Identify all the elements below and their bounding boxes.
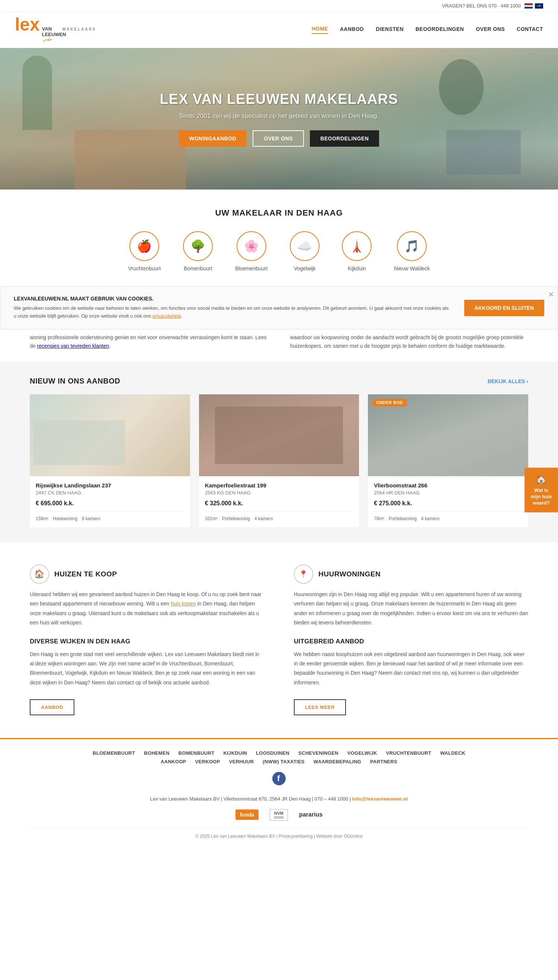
property-rooms-2: 4 kamers (254, 516, 272, 521)
property-size-2: 101m² (205, 516, 218, 521)
bloemenbuurt-icon: 🌸 (236, 231, 266, 261)
huis-kopen-link[interactable]: huis kopen (171, 601, 196, 606)
bomenbuurt-label: Bomenbuurt (184, 265, 212, 272)
property-name-2: Kamperfoeliestraat 199 (205, 482, 353, 489)
property-card-3: ONDER BOD Vlierboomstraat 266 2564 HR DE… (368, 394, 528, 527)
header: lex VAN LEEUWEN MAKELAARS HOME AANBOD DI… (0, 12, 558, 48)
hero-beoordelingen-button[interactable]: BEOORDELINGEN (310, 130, 379, 147)
makelaar-title: UW MAKELAAR IN DEN HAAG (30, 208, 528, 218)
vogelwijk-label: Vogelwijk (294, 265, 315, 272)
makelaar-section: UW MAKELAAR IN DEN HAAG 🍎 Vruchtenbuurt … (0, 189, 558, 287)
nav-over-ons[interactable]: OVER ONS (476, 26, 505, 33)
footer-link-verkoop[interactable]: VERKOOP (195, 759, 220, 764)
aanbod-button[interactable]: AANBOD (30, 699, 74, 715)
pararius-logo: pararius (299, 811, 323, 818)
partial-right-text: waardoor uw koopwoning onder de aandacht… (290, 333, 528, 351)
footer-link-bomenbuurt[interactable]: BOMENBUURT (179, 750, 215, 756)
flag-uk[interactable]: UK (535, 3, 543, 8)
floating-valuation-badge[interactable]: 🏠 Wat is mijn huis waard? (525, 468, 558, 512)
bekijk-alles-link[interactable]: BEKIJK ALLES › (488, 378, 528, 384)
diverse-wijken-title: DIVERSE WIJKEN IN DEN HAAG (30, 638, 264, 645)
footer-link-bloemenbuurt[interactable]: BLOEMENBUURT (93, 750, 135, 756)
footer-link-scheveningen[interactable]: SCHEVENINGEN (298, 750, 338, 756)
aanbod-section: NIEUW IN ONS AANBOD BEKIJK ALLES › Rijsw… (0, 362, 558, 542)
nav-contact[interactable]: CONTACT (517, 26, 543, 33)
footer-link-loosduinen[interactable]: LOOSDUINEN (256, 750, 289, 756)
content-section: 🏠 HUIZEN TE KOOP Uiteraard hebben wij ee… (0, 542, 558, 738)
logo-lex: lex (15, 16, 40, 33)
footer-link-verhuur[interactable]: VERHUUR (229, 759, 254, 764)
facebook-icon: f (272, 772, 286, 785)
property-price-2: € 325.000 k.k. (205, 500, 353, 507)
facebook-link[interactable]: f (272, 781, 286, 786)
property-rooms-1: 6 kamers (82, 516, 100, 521)
nav-home[interactable]: HOME (312, 26, 328, 34)
footer-link-taxaties[interactable]: (NWW) TAXATIES (263, 759, 305, 764)
partial-left-col: woning professionele ondersteuning genie… (30, 333, 268, 351)
footer-link-partners[interactable]: PARTNERS (370, 759, 397, 764)
cookie-banner: LEXVANLEEUWEN.NL MAAKT GEBRUIK VAN COOKI… (0, 287, 558, 329)
partial-right-col: waardoor uw koopwoning onder de aandacht… (290, 333, 528, 351)
property-photo-2 (199, 394, 359, 476)
footer: BLOEMENBUURT BOHEMEN BOMENBUURT KIJKDUIN… (0, 738, 558, 854)
flag-nl[interactable] (525, 3, 533, 8)
property-photo-1 (30, 394, 190, 476)
footer-link-waardebepaling[interactable]: WAARDEBEPALING (313, 759, 361, 764)
nieuw-waldeck-icon: 🎵 (397, 231, 427, 261)
hero-buttons: WONINGAANBOD OVER ONS BEOORDELINGEN (179, 130, 379, 147)
footer-email-link[interactable]: info@lexvanleeuwen.nl (352, 796, 408, 802)
nav-beoordelingen[interactable]: BEOORDELINGEN (415, 26, 464, 33)
property-price-1: € 695.000 k.k. (36, 500, 184, 507)
property-badge-3: ONDER BOD (373, 399, 407, 406)
footer-info: Lex van Leeuwen Makelaars BV | Vlierboom… (30, 796, 528, 802)
property-specs-2: 101m² Portiekwoning 4 kamers (205, 511, 353, 521)
footer-link-kijkduin[interactable]: KIJKDUIN (223, 750, 247, 756)
property-photo-3: ONDER BOD (368, 394, 528, 476)
cookie-close-icon[interactable]: ✕ (548, 290, 554, 299)
property-name-3: Vlierboomstraat 266 (374, 482, 522, 489)
hero-woningaanbod-button[interactable]: WONINGAANBOD (179, 130, 247, 147)
uitgebreid-aanbod-title: UITGEBREID AANBOD (294, 638, 528, 645)
lees-meer-button[interactable]: LEES MEER (294, 699, 346, 715)
huizen-col: 🏠 HUIZEN TE KOOP Uiteraard hebben wij ee… (30, 565, 264, 715)
floating-house-icon: 🏠 (530, 474, 553, 485)
phone-text: VRAGEN? BEL ONS 070 · 448 1000 (442, 3, 521, 8)
hero-section: LEX VAN LEEUWEN MAKELAARS Sinds 2001 zij… (0, 48, 558, 189)
nav-diensten[interactable]: DIENSTEN (376, 26, 404, 33)
huur-text2: We hebben naast koophuizen ook een uitge… (294, 650, 528, 687)
property-size-3: 78m² (374, 516, 384, 521)
property-img-1 (30, 394, 190, 476)
logo-makelaars: MAKELAARS (62, 27, 96, 31)
footer-link-bohemen[interactable]: BOHEMEN (144, 750, 170, 756)
footer-logos: funda NVM |||||||||||| pararius (30, 809, 528, 821)
property-price-3: € 275.000 k.k. (374, 500, 522, 507)
logo-leeuwen: LEEUWEN (42, 32, 66, 37)
cookie-accept-button[interactable]: AKKOORD EN SLUITEN (464, 300, 544, 316)
footer-link-vogelwijk[interactable]: VOGELWIJK (348, 750, 377, 756)
main-nav: HOME AANBOD DIENSTEN BEOORDELINGEN OVER … (312, 26, 543, 34)
huur-text1: Huurwoningen zijn in Den Haag nog altijd… (294, 590, 528, 628)
footer-link-aankoop[interactable]: AANKOOP (161, 759, 186, 764)
aanbod-title: NIEUW IN ONS AANBOD (30, 377, 120, 385)
footer-link-vruchtenbuurt[interactable]: VRUCHTENBUURT (386, 750, 432, 756)
vogelwijk-icon: ☁️ (290, 231, 320, 261)
nav-aanbod[interactable]: AANBOD (340, 26, 364, 33)
footer-link-waldeck[interactable]: WALDECK (440, 750, 465, 756)
property-city-1: 2497 CK DEN HAAG (36, 490, 184, 496)
property-type-3: Portiekwoning (389, 516, 417, 521)
huur-icon: 📍 (294, 565, 313, 584)
neighborhood-bomenbuurt: 🌳 Bomenbuurt (183, 231, 213, 272)
property-city-2: 2563 KG DEN HAAG (205, 490, 353, 496)
footer-social: f (30, 772, 528, 789)
cookie-privacy-link[interactable]: privacybeleid (153, 313, 181, 319)
hero-subtitle: Sinds 2001 zijn wij de specialist op het… (179, 112, 379, 120)
recensies-link[interactable]: recensies van tevreden klanten (37, 343, 109, 349)
hero-over-ons-button[interactable]: OVER ONS (253, 130, 304, 147)
huizen-title: 🏠 HUIZEN TE KOOP (30, 565, 264, 584)
svg-text:f: f (277, 774, 280, 783)
huur-title: 📍 HUURWONINGEN (294, 565, 528, 584)
nwwi-logo: NVM |||||||||||| (270, 809, 288, 821)
neighborhood-vogelwijk: ☁️ Vogelwijk (290, 231, 320, 272)
neighborhood-grid: 🍎 Vruchtenbuurt 🌳 Bomenbuurt 🌸 Bloemenbu… (30, 231, 528, 272)
funda-logo: funda (235, 809, 259, 820)
